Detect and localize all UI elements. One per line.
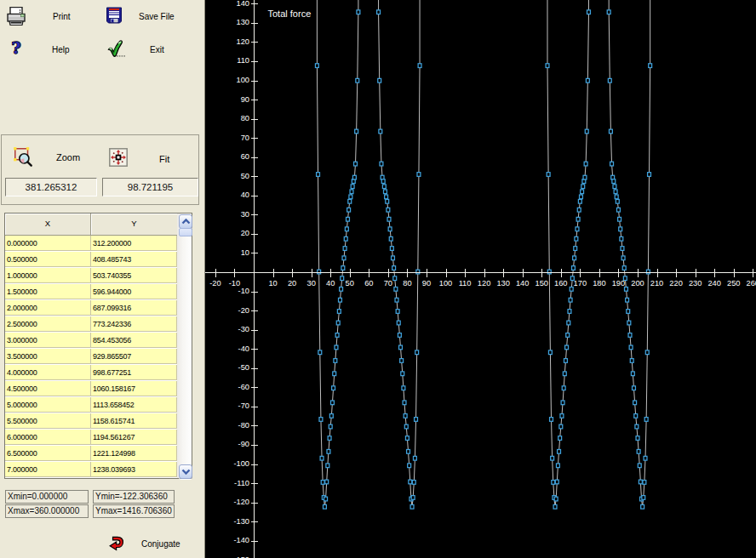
svg-text:20: 20 bbox=[241, 229, 249, 237]
table-row[interactable]: 3.500000929.865507 bbox=[5, 349, 177, 365]
table-cell[interactable]: 1.000000 bbox=[5, 268, 91, 283]
svg-text:-10: -10 bbox=[238, 287, 249, 295]
conjugate-label: Conjugate bbox=[141, 539, 180, 549]
svg-text:10: 10 bbox=[268, 279, 277, 288]
table-cell[interactable]: 687.099316 bbox=[91, 300, 177, 316]
svg-text:190: 190 bbox=[612, 279, 626, 288]
table-cell[interactable]: 7.000000 bbox=[5, 462, 91, 477]
zoom-button[interactable]: Zoom bbox=[9, 144, 94, 169]
table-cell[interactable]: 0.500000 bbox=[5, 252, 91, 267]
table-cell[interactable]: 2.500000 bbox=[5, 316, 91, 332]
table-row[interactable]: 1.500000596.944000 bbox=[5, 284, 177, 300]
chevron-down-icon bbox=[180, 468, 192, 475]
svg-text:160: 160 bbox=[554, 279, 568, 288]
svg-text:-60: -60 bbox=[238, 383, 249, 391]
svg-text:140: 140 bbox=[236, 0, 249, 8]
svg-text:130: 130 bbox=[236, 18, 249, 26]
column-header-y[interactable]: Y bbox=[91, 214, 178, 236]
table-cell[interactable]: 1060.158167 bbox=[91, 381, 177, 396]
table-row[interactable]: 0.500000408.485743 bbox=[5, 252, 177, 268]
svg-text:-30: -30 bbox=[238, 325, 249, 333]
svg-text:200: 200 bbox=[631, 279, 644, 288]
table-cell[interactable]: 596.944000 bbox=[91, 284, 177, 299]
table-cell[interactable]: 5.500000 bbox=[5, 413, 91, 429]
table-cell[interactable]: 1.500000 bbox=[5, 284, 91, 299]
table-header: X Y bbox=[5, 214, 177, 236]
table-row[interactable]: 0.000000312.200000 bbox=[5, 236, 177, 252]
table-cell[interactable]: 0.000000 bbox=[5, 236, 91, 251]
svg-text:-120: -120 bbox=[233, 498, 249, 506]
table-cell[interactable]: 4.000000 bbox=[5, 365, 91, 380]
svg-text:30: 30 bbox=[241, 210, 249, 219]
svg-text:50: 50 bbox=[346, 279, 354, 288]
table-cell[interactable]: 1158.615741 bbox=[91, 413, 177, 429]
svg-text:-140: -140 bbox=[233, 536, 249, 544]
table-cell[interactable]: 773.242336 bbox=[91, 316, 177, 332]
table-cell[interactable]: 2.000000 bbox=[5, 300, 91, 316]
scroll-up-button[interactable] bbox=[179, 214, 192, 229]
scroll-thumb[interactable] bbox=[179, 228, 192, 236]
exit-button[interactable]: Exit bbox=[104, 37, 202, 60]
y-coordinate-field[interactable]: 98.721195 bbox=[102, 178, 198, 196]
zoom-fit-groupbox: Zoom Fit 381.265312 98.72119 bbox=[1, 134, 199, 205]
table-cell[interactable]: 854.453056 bbox=[91, 333, 177, 348]
scroll-down-button[interactable] bbox=[179, 464, 192, 479]
table-cell[interactable]: 3.500000 bbox=[5, 349, 91, 364]
column-header-x[interactable]: X bbox=[5, 214, 91, 236]
table-row[interactable]: 7.0000001238.039693 bbox=[5, 462, 177, 478]
table-row[interactable]: 5.0000001113.658452 bbox=[5, 397, 177, 413]
svg-text:250: 250 bbox=[727, 279, 741, 288]
table-cell[interactable]: 1194.561267 bbox=[91, 430, 177, 445]
table-row[interactable]: 4.5000001060.158167 bbox=[5, 381, 177, 397]
conjugate-button[interactable]: Conjugate bbox=[109, 534, 194, 553]
table-cell[interactable]: 3.000000 bbox=[5, 333, 91, 348]
svg-text:60: 60 bbox=[364, 279, 373, 288]
conjugate-icon bbox=[109, 535, 126, 552]
svg-text:140: 140 bbox=[516, 279, 530, 288]
save-file-button[interactable]: Save File bbox=[104, 5, 202, 27]
ymax-value: Ymax=1416.706360 bbox=[95, 506, 172, 515]
svg-text:60: 60 bbox=[241, 152, 249, 161]
table-row[interactable]: 6.5000001221.124998 bbox=[5, 446, 177, 462]
svg-text:80: 80 bbox=[403, 279, 411, 288]
table-cell[interactable]: 1238.039693 bbox=[91, 462, 177, 477]
table-cell[interactable]: 929.865507 bbox=[91, 349, 177, 364]
xmin-field[interactable]: Xmin=0.000000 bbox=[5, 490, 89, 504]
table-row[interactable]: 4.000000998.677251 bbox=[5, 365, 177, 381]
table-row[interactable]: 6.0000001194.561267 bbox=[5, 430, 177, 446]
table-row[interactable]: 5.5000001158.615741 bbox=[5, 413, 177, 430]
table-cell[interactable]: 503.740355 bbox=[91, 268, 177, 283]
table-cell[interactable]: 6.000000 bbox=[5, 430, 91, 445]
print-button[interactable]: Print bbox=[5, 5, 99, 27]
control-panel: Print Save File ? Help bbox=[0, 0, 205, 558]
svg-text:80: 80 bbox=[241, 114, 249, 122]
svg-text:90: 90 bbox=[422, 279, 431, 288]
table-body: 0.000000312.2000000.500000408.4857431.00… bbox=[5, 236, 177, 478]
table-cell[interactable]: 1221.124998 bbox=[91, 446, 177, 461]
svg-text:120: 120 bbox=[478, 279, 491, 288]
table-cell[interactable]: 4.500000 bbox=[5, 381, 91, 396]
table-row[interactable]: 2.500000773.242336 bbox=[5, 316, 177, 333]
help-button[interactable]: ? Help bbox=[5, 37, 99, 60]
fit-button[interactable]: Fit bbox=[104, 145, 189, 171]
table-cell[interactable]: 408.485743 bbox=[91, 252, 177, 267]
table-scrollbar[interactable] bbox=[177, 214, 192, 478]
table-row[interactable]: 1.000000503.740355 bbox=[5, 268, 177, 284]
table-cell[interactable]: 6.500000 bbox=[5, 446, 91, 461]
printer-icon bbox=[7, 7, 26, 26]
x-coordinate-field[interactable]: 381.265312 bbox=[5, 178, 97, 196]
table-row[interactable]: 2.000000687.099316 bbox=[5, 300, 177, 316]
xmax-field[interactable]: Xmax=360.000000 bbox=[5, 504, 89, 518]
svg-text:-20: -20 bbox=[238, 306, 249, 315]
table-cell[interactable]: 998.677251 bbox=[91, 365, 177, 380]
ymin-field[interactable]: Ymin=-122.306360 bbox=[93, 490, 175, 504]
table-row[interactable]: 3.000000854.453056 bbox=[5, 333, 177, 349]
table-cell[interactable]: 312.200000 bbox=[91, 236, 177, 251]
chart-area[interactable]: -20-101020304050607080901001101201301401… bbox=[205, 0, 756, 558]
help-icon: ? bbox=[9, 40, 23, 57]
help-label: Help bbox=[52, 45, 70, 55]
table-cell[interactable]: 1113.658452 bbox=[91, 397, 177, 413]
ymax-field[interactable]: Ymax=1416.706360 bbox=[93, 504, 175, 518]
zoom-icon bbox=[13, 146, 33, 167]
table-cell[interactable]: 5.000000 bbox=[5, 397, 91, 413]
